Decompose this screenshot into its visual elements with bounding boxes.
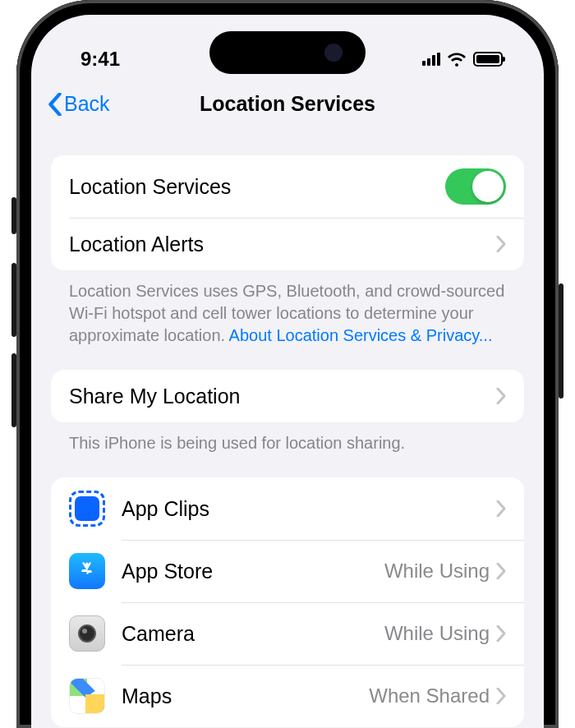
group-location-settings: Location Services Location Alerts [51,155,524,270]
row-app-clips[interactable]: App Clips [51,477,524,540]
chevron-right-icon [496,500,506,517]
page-title: Location Services [200,92,375,116]
app-permission-value: While Using [384,622,490,645]
toggle-knob [472,171,504,202]
privacy-link[interactable]: About Location Services & Privacy... [229,326,493,344]
chevron-left-icon [48,93,62,116]
battery-icon [473,52,503,67]
app-name: Maps [122,684,369,708]
status-time: 9:41 [80,48,120,71]
app-name: App Clips [122,497,490,521]
camera-icon [69,615,105,652]
screen: 9:41 Back Location Services [31,15,544,728]
wifi-icon [447,52,467,67]
row-label: Share My Location [69,385,496,408]
volume-down-button [12,353,16,427]
row-app-store[interactable]: App Store While Using [51,540,524,602]
footer-location-description: Location Services uses GPS, Bluetooth, a… [51,270,524,347]
maps-icon [69,678,105,714]
app-permission-value: When Shared [369,684,490,707]
content: Location Services Location Alerts Locati… [31,155,544,727]
power-button [559,283,564,399]
chevron-right-icon [496,388,506,404]
dynamic-island [209,31,366,74]
silent-switch [12,197,16,234]
app-name: App Store [122,560,384,583]
chevron-right-icon [496,563,506,579]
back-label: Back [64,92,110,116]
cellular-signal-icon [422,53,440,66]
app-store-icon [69,553,105,589]
status-indicators [422,52,503,67]
row-label: Location Alerts [69,233,496,256]
row-location-alerts[interactable]: Location Alerts [51,218,524,270]
group-apps: App Clips App Store While Using Camera W… [51,477,524,727]
back-button[interactable]: Back [48,92,110,116]
phone-frame: 9:41 Back Location Services [16,0,559,728]
footer-share-description: This iPhone is being used for location s… [51,422,524,454]
app-permission-value: While Using [384,560,490,583]
row-location-services[interactable]: Location Services [51,155,524,218]
chevron-right-icon [496,688,506,704]
nav-bar: Back Location Services [31,81,544,132]
chevron-right-icon [496,236,506,252]
app-clips-icon [69,491,105,527]
volume-up-button [12,263,16,337]
row-camera[interactable]: Camera While Using [51,602,524,665]
location-services-toggle[interactable] [445,168,506,205]
app-name: Camera [122,622,384,646]
row-maps[interactable]: Maps When Shared [51,665,524,727]
chevron-right-icon [496,625,506,642]
row-label: Location Services [69,175,445,199]
row-share-my-location[interactable]: Share My Location [51,370,524,422]
group-share-location: Share My Location [51,370,524,422]
